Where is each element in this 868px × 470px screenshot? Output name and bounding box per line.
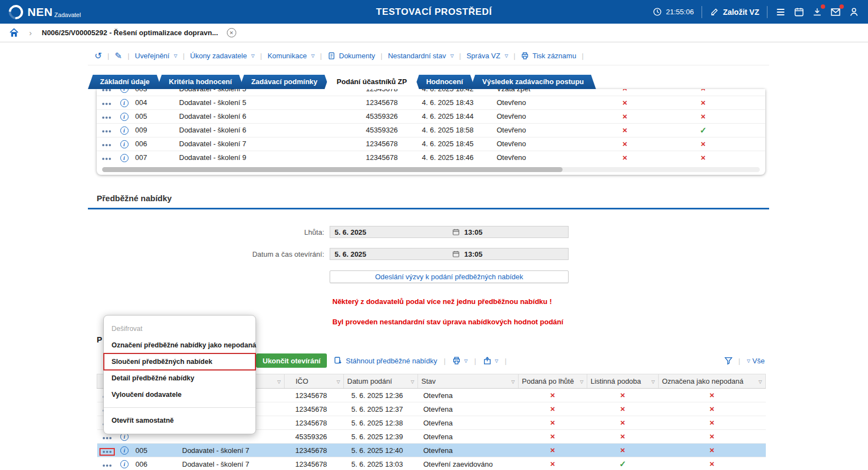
cell-info: i [116, 89, 132, 96]
sort-icon[interactable]: ▽ [277, 379, 281, 384]
x-mark: × [550, 459, 555, 468]
table-viewport: i003Dodavatel - školení 5123456784. 6. 2… [97, 89, 765, 164]
deadline-field[interactable]: 5. 6. 2025 13:05 [330, 226, 569, 238]
x-mark: × [620, 404, 625, 413]
info-icon[interactable]: i [120, 113, 129, 121]
tab[interactable]: Kritéria hodnocení [157, 75, 244, 89]
column-header[interactable]: IČO▽ [285, 374, 344, 389]
toolbar-item[interactable]: Dokumenty [327, 52, 375, 60]
table-row[interactable]: i006Dodavatel - školení 7123456785. 6. 2… [97, 457, 766, 470]
info-icon[interactable]: i [120, 140, 129, 148]
cell-after-deadline: × [519, 389, 587, 402]
downloads-button[interactable] [812, 7, 822, 17]
info-icon[interactable]: i [120, 126, 129, 135]
divider: | [107, 52, 109, 60]
toolbar-item[interactable]: Úkony zadavatele▽ [190, 52, 255, 60]
breadcrumb-item[interactable]: N006/25/V00005292 - Řešení optimalizace … [42, 29, 218, 37]
row-menu-icon[interactable] [101, 449, 114, 455]
nen-logo [6, 2, 26, 22]
download-prelim-offers-link[interactable]: Stáhnout předběžné nabídky [333, 356, 437, 365]
calendar-icon[interactable] [452, 228, 460, 236]
tab[interactable]: Základní údaje [88, 75, 162, 89]
context-menu-item[interactable]: Sloučení předběžných nabídek [104, 353, 255, 370]
tab[interactable]: Zadávací podmínky [239, 75, 330, 89]
cell-number: 003 [132, 89, 176, 96]
info-icon[interactable]: i [120, 99, 129, 107]
deadline-time-value[interactable]: 13:05 [464, 228, 482, 236]
opening-date-value[interactable]: 5. 6. 2025 [330, 250, 452, 258]
sort-icon[interactable]: ▽ [511, 379, 515, 384]
home-icon[interactable] [9, 27, 19, 38]
create-vz-button[interactable]: Založit VZ [710, 7, 759, 16]
edit-record-icon[interactable]: ✎ [115, 51, 122, 61]
sort-icon[interactable]: ▽ [337, 379, 340, 384]
context-menu-item[interactable]: Otevřít samostatně [104, 411, 255, 429]
table-row: i005Dodavatel - školení 6453593264. 6. 2… [97, 109, 765, 123]
x-mark: × [550, 390, 555, 400]
scrollbar-thumb[interactable] [102, 167, 563, 172]
cell-filler [739, 123, 765, 137]
context-menu-item[interactable]: Detail předběžné nabídky [104, 370, 255, 386]
tab[interactable]: Výsledek zadávacího postupu [470, 75, 596, 89]
info-icon[interactable]: i [120, 460, 129, 468]
info-icon[interactable]: i [120, 89, 129, 93]
row-menu-icon[interactable] [100, 142, 113, 148]
info-icon[interactable]: i [120, 154, 129, 162]
cell-after-deadline: × [519, 430, 587, 444]
calendar-button[interactable] [794, 7, 804, 17]
deadline-date-value[interactable]: 5. 6. 2025 [330, 228, 452, 236]
cell-number: 009 [132, 123, 176, 137]
row-menu-icon[interactable] [101, 435, 114, 441]
export-button[interactable]: ▽ [483, 356, 498, 365]
row-menu-icon[interactable] [100, 101, 113, 107]
context-menu-item[interactable]: Vyloučení dodavatele [104, 386, 255, 403]
tab[interactable]: Podání účastníků ZP [325, 75, 419, 89]
filter-icon[interactable] [724, 356, 733, 365]
finish-opening-button[interactable]: Ukončit otevírání [256, 353, 327, 368]
divider: | [514, 52, 515, 60]
menu-button[interactable] [775, 7, 786, 18]
cell-ico: 12345678 [352, 89, 412, 96]
row-menu-icon[interactable] [100, 129, 113, 134]
toolbar-item[interactable]: Komunikace▽ [268, 52, 315, 60]
cell-paper-form: ✓ [667, 123, 739, 137]
horizontal-scrollbar[interactable] [102, 167, 760, 172]
opening-datetime-field[interactable]: 5. 6. 2025 13:05 [330, 248, 569, 260]
table-row[interactable]: i005Dodavatel - školení 7123456785. 6. 2… [97, 444, 766, 457]
tab[interactable]: Hodnocení [414, 75, 475, 89]
toolbar-item[interactable]: Tisk záznamu [521, 52, 576, 60]
column-header[interactable]: Označena jako nepodaná▽ [659, 374, 766, 389]
view-all-selector[interactable]: ▽Vše [745, 357, 765, 365]
refresh-icon[interactable]: ↺ [94, 51, 102, 61]
column-header[interactable]: Listinná podoba▽ [587, 374, 659, 389]
calendar-icon[interactable] [452, 250, 460, 258]
print-button[interactable]: ▽ [452, 356, 468, 365]
sort-icon[interactable]: ▽ [759, 379, 762, 384]
info-icon[interactable]: i [120, 446, 129, 455]
context-menu-item: Dešifrovat [104, 320, 255, 337]
messages-button[interactable] [830, 7, 841, 18]
opening-time-value[interactable]: 13:05 [464, 250, 482, 258]
column-header[interactable]: Stav▽ [418, 374, 519, 389]
profile-button[interactable] [849, 7, 859, 17]
x-mark: × [620, 390, 625, 400]
toolbar-item[interactable]: Správa VZ▽ [466, 52, 508, 60]
toolbar-item[interactable]: Uveřejnění▽ [135, 52, 177, 60]
row-menu-icon[interactable] [100, 115, 113, 120]
x-mark: × [622, 112, 627, 121]
x-mark: × [622, 125, 627, 135]
context-menu-item[interactable]: Označení předběžné nabídky jako nepodaná [104, 337, 255, 353]
close-icon[interactable]: ✕ [227, 28, 236, 37]
sort-icon[interactable]: ▽ [411, 379, 414, 384]
row-menu-icon[interactable] [101, 463, 114, 468]
row-menu-icon[interactable] [100, 89, 113, 93]
send-call-button[interactable]: Odeslání výzvy k podání předběžných nabí… [330, 270, 569, 283]
cell-after-deadline: × [582, 109, 667, 123]
column-header[interactable]: Datum podání▽ [344, 374, 418, 389]
check-mark: ✓ [619, 459, 626, 468]
sort-icon[interactable]: ▽ [580, 379, 583, 384]
toolbar-item[interactable]: Nestandardní stav▽ [388, 52, 454, 60]
row-menu-icon[interactable] [100, 156, 113, 162]
column-header[interactable]: Podaná po lhůtě▽ [519, 374, 587, 389]
sort-icon[interactable]: ▽ [652, 379, 655, 384]
